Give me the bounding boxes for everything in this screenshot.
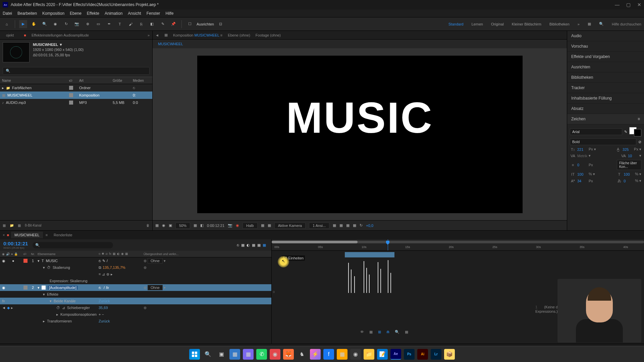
graph-editor-icon[interactable]: ▦ <box>252 243 255 247</box>
project-item-comp[interactable]: MUSICWHEEL Komposition 0: <box>0 92 152 99</box>
taskbar-facebook-icon[interactable]: f <box>323 349 334 360</box>
zoom-tool[interactable]: 🔍 <box>41 20 49 28</box>
camera-tool[interactable]: 📷 <box>73 20 81 28</box>
trash-icon[interactable]: 🗑 <box>146 224 150 227</box>
pickwhip-icon[interactable]: ⊚ <box>144 259 147 263</box>
prop-schieberegler[interactable]: ◄◆▸ ⏱ ⊿ Schieberegler 35,69 ⊚ <box>0 304 271 311</box>
prop-beide-kanale[interactable]: fx ▾Beide Kanäle Zurück <box>0 298 271 304</box>
panel-more-icon[interactable]: » <box>148 33 150 37</box>
stroke-mode-dropdown[interactable]: Fläche über Kon... <box>617 160 641 170</box>
font-weight-dropdown[interactable]: Bold <box>570 138 636 145</box>
taskbar-messenger-icon[interactable]: ⚡ <box>310 349 321 360</box>
parent-dropdown[interactable]: Ohne <box>148 258 163 263</box>
panel-audio[interactable]: Audio <box>567 31 644 41</box>
hscale-value[interactable]: 100 <box>624 172 634 176</box>
views-dropdown[interactable]: 1 Ansi... <box>309 223 329 229</box>
motion-blur-icon[interactable]: ◐ <box>247 243 250 247</box>
stopwatch-icon[interactable]: ⏱ <box>47 265 51 269</box>
visibility-toggle[interactable]: ◉ <box>2 286 5 290</box>
audio-header-icon[interactable]: 🔊 <box>6 252 10 256</box>
taskbar-app2-icon[interactable]: ◉ <box>270 349 280 360</box>
resolution-icon[interactable]: ▦ <box>194 223 197 228</box>
taskbar-notes-icon[interactable]: 📝 <box>377 349 388 360</box>
rotation-tool[interactable]: ↻ <box>62 20 70 28</box>
text-tool[interactable]: T <box>116 20 124 28</box>
workspace-standard[interactable]: Standard <box>448 22 464 26</box>
expand-icon[interactable]: ▾ <box>50 299 52 303</box>
expand-icon[interactable]: ▸ <box>2 86 4 90</box>
minimize-icon[interactable]: — <box>615 2 620 7</box>
reset-exposure-icon[interactable]: ↻ <box>360 223 363 228</box>
help-search[interactable]: Hilfe durchsuchen <box>612 22 641 26</box>
shy-switch-icon[interactable]: ⎋ <box>99 252 100 256</box>
tab-project[interactable]: ojekt <box>3 32 17 39</box>
prev-key-icon[interactable]: ◄ <box>2 306 6 310</box>
workspace-more-icon[interactable]: » <box>578 22 580 26</box>
add-key-icon[interactable]: ◆ <box>7 306 10 310</box>
layer-row-2[interactable]: ◉ 2 ▾[Audioamplitude] ⎋/fx ⊚ Ohne ▾ <box>0 284 271 291</box>
menu-animation[interactable]: Animation <box>105 11 122 16</box>
project-search[interactable]: 🔍 <box>3 67 150 75</box>
layer-label[interactable] <box>23 259 28 263</box>
comp-thumbnail[interactable] <box>3 42 30 62</box>
taskbar-search-icon[interactable]: 🔍 <box>203 349 213 360</box>
3d-icon[interactable]: ▦ <box>268 223 271 228</box>
stopwatch-icon[interactable]: ⏱ <box>56 306 60 310</box>
graph-icon[interactable]: ⊿ <box>62 306 65 310</box>
snap-icon[interactable]: ☐ <box>186 20 194 28</box>
playhead[interactable] <box>388 239 388 250</box>
roi-icon[interactable]: ◧ <box>200 223 204 228</box>
expr-menu-icon[interactable]: ▸ <box>111 272 113 277</box>
tracking-value[interactable]: 10 <box>628 154 638 158</box>
prop-comp-options[interactable]: ▸Kompositionsoptionen + − <box>0 311 271 318</box>
menu-bearbeiten[interactable]: Bearbeiten <box>17 11 37 16</box>
tab-effect-controls[interactable]: Effekteinstellungen Audioamplitude <box>28 32 92 39</box>
panel-menu-icon[interactable]: ≡ <box>638 117 640 121</box>
taskbar-ps-icon[interactable]: Ps <box>404 349 415 360</box>
workspace-original[interactable]: Original <box>491 22 504 26</box>
graph-eye-icon[interactable]: 👁 <box>359 329 365 335</box>
clone-tool[interactable]: ⎘ <box>137 20 145 28</box>
start-button[interactable] <box>189 349 200 360</box>
selection-tool[interactable]: ▶ <box>19 20 27 28</box>
next-key-icon[interactable]: ▸ <box>11 306 13 310</box>
puppet-tool[interactable]: 📌 <box>169 20 177 28</box>
tab-composition[interactable]: Komposition MUSICWHEEL ≡ <box>173 33 222 37</box>
pickwhip-icon[interactable]: ⊚ <box>144 286 147 290</box>
reset-link[interactable]: Zurück <box>99 319 110 323</box>
taskbar-app-icon[interactable]: ▦ <box>243 349 254 360</box>
search-icon[interactable]: 🔍 <box>599 22 604 26</box>
timeline-search[interactable]: 🔍 <box>33 242 113 248</box>
new-folder-icon[interactable]: 📁 <box>10 224 14 227</box>
taskbar-app3-icon[interactable]: ♞ <box>297 349 307 360</box>
prop-transform[interactable]: ▸Transformieren Zurück <box>0 318 271 324</box>
viewer-timecode[interactable]: 0:00:12:21 <box>207 224 224 228</box>
taskbar-ai-icon[interactable]: Ai <box>417 349 428 360</box>
menu-komposition[interactable]: Komposition <box>42 11 64 16</box>
fast-preview-icon[interactable]: ▦ <box>339 223 343 228</box>
expand-icon[interactable]: ▸ <box>56 312 58 317</box>
solo-toggle[interactable]: ● <box>12 259 14 263</box>
menu-hilfe[interactable]: Hilfe <box>165 11 173 16</box>
baseline-value[interactable]: 34 <box>577 179 587 183</box>
color-swatches[interactable] <box>629 127 641 136</box>
camera-dropdown[interactable]: Aktive Kamera <box>274 223 306 229</box>
comp-dropdown-icon[interactable]: ▼ <box>59 43 63 47</box>
pickwhip-icon[interactable]: ⊚ <box>144 265 147 269</box>
expand-icon[interactable]: ▾ <box>38 259 40 263</box>
project-item-audio[interactable]: AUDIO.mp3 MP3 5,5 MB 0:0 <box>0 99 152 106</box>
transparency-icon[interactable]: ▦ <box>261 223 264 228</box>
interpret-icon[interactable]: ▦ <box>3 224 6 227</box>
close-tab-icon[interactable]: × <box>3 233 5 237</box>
taskbar-ae-icon[interactable]: Ae <box>390 349 401 360</box>
tab-layer[interactable]: Ebene (ohne) <box>228 33 250 37</box>
expand-icon[interactable]: ▾ <box>43 265 45 270</box>
expand-icon[interactable]: ▾ <box>38 286 40 290</box>
color-mgmt-icon[interactable]: ◉ <box>236 223 239 228</box>
add-remove-icons[interactable]: + − <box>99 312 104 316</box>
kerning-value[interactable]: Metrik <box>577 154 587 158</box>
menu-ebene[interactable]: Ebene <box>70 11 82 16</box>
fx-icon[interactable]: fx <box>2 299 5 303</box>
taskbar-app5-icon[interactable]: 📦 <box>444 349 455 360</box>
leading-value[interactable]: 325 <box>623 147 633 152</box>
